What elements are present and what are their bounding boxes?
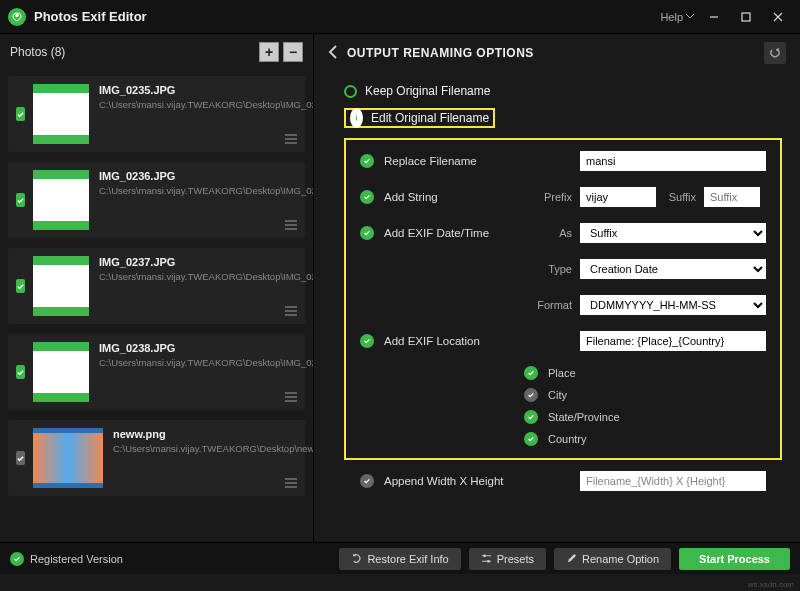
thumbnail	[33, 342, 89, 402]
svg-point-0	[15, 13, 19, 17]
maximize-button[interactable]	[732, 5, 760, 29]
checkbox-icon[interactable]	[16, 279, 25, 293]
filename: IMG_0235.JPG	[99, 84, 313, 96]
sidebar: Photos (8) + − IMG_0235.JPGC:\Users\mans…	[0, 34, 314, 542]
datetime-as-select[interactable]: Suffix	[580, 223, 766, 243]
radio-keep-original[interactable]: Keep Original Filename	[344, 84, 782, 98]
check-place[interactable]	[524, 366, 538, 380]
thumbnail	[33, 428, 103, 488]
prefix-input[interactable]	[580, 187, 656, 207]
filename: IMG_0237.JPG	[99, 256, 313, 268]
pencil-icon	[566, 553, 577, 564]
svg-point-22	[483, 554, 486, 557]
main-panel: OUTPUT RENAMING OPTIONS Keep Original Fi…	[314, 34, 800, 542]
panel-title: OUTPUT RENAMING OPTIONS	[347, 46, 764, 60]
replace-filename-input[interactable]	[580, 151, 766, 171]
filename: IMG_0238.JPG	[99, 342, 313, 354]
start-process-button[interactable]: Start Process	[679, 548, 790, 570]
app-logo-icon	[8, 8, 26, 26]
filename: IMG_0236.JPG	[99, 170, 313, 182]
presets-button[interactable]: Presets	[469, 548, 546, 570]
filepath: C:\Users\mansi.vijay.TWEAKORG\Desktop\IM…	[99, 185, 313, 197]
reset-button[interactable]	[764, 42, 786, 64]
minimize-button[interactable]	[700, 5, 728, 29]
watermark: ws.xsdn.com	[748, 580, 794, 589]
item-menu-icon[interactable]	[285, 478, 297, 490]
check-append-wh[interactable]	[360, 474, 374, 488]
photo-item[interactable]: neww.pngC:\Users\mansi.vijay.TWEAKORG\De…	[8, 420, 305, 496]
restore-exif-button[interactable]: Restore Exif Info	[339, 548, 460, 570]
svg-point-23	[487, 560, 490, 563]
checkbox-icon[interactable]	[16, 193, 25, 207]
checkbox-icon[interactable]	[16, 365, 25, 379]
wh-pattern-input	[580, 471, 766, 491]
rename-option-button[interactable]: Rename Option	[554, 548, 671, 570]
close-button[interactable]	[764, 5, 792, 29]
check-city[interactable]	[524, 388, 538, 402]
chevron-down-icon	[686, 14, 694, 19]
check-add-location[interactable]	[360, 334, 374, 348]
check-replace-filename[interactable]	[360, 154, 374, 168]
photo-item[interactable]: IMG_0236.JPGC:\Users\mansi.vijay.TWEAKOR…	[8, 162, 305, 238]
sidebar-title: Photos (8)	[10, 45, 255, 59]
photo-list[interactable]: IMG_0235.JPGC:\Users\mansi.vijay.TWEAKOR…	[0, 70, 313, 542]
radio-edit-original[interactable]: Edit Original Filename	[344, 108, 782, 128]
filepath: C:\Users\mansi.vijay.TWEAKORG\Desktop\IM…	[99, 357, 313, 369]
check-icon	[10, 552, 24, 566]
rename-options: Replace Filename Add String Prefix Suffi…	[344, 138, 782, 460]
radio-icon	[344, 85, 357, 98]
statusbar: Registered Version Restore Exif Info Pre…	[0, 542, 800, 574]
filepath: C:\Users\mansi.vijay.TWEAKORG\Desktop\IM…	[99, 99, 313, 111]
item-menu-icon[interactable]	[285, 392, 297, 404]
datetime-format-select[interactable]: DDMMYYYY_HH-MM-SS	[580, 295, 766, 315]
back-button[interactable]	[328, 45, 337, 61]
check-add-string[interactable]	[360, 190, 374, 204]
remove-photo-button[interactable]: −	[283, 42, 303, 62]
checkbox-icon[interactable]	[16, 451, 25, 465]
datetime-type-select[interactable]: Creation Date	[580, 259, 766, 279]
item-menu-icon[interactable]	[285, 220, 297, 232]
add-photo-button[interactable]: +	[259, 42, 279, 62]
location-pattern-input[interactable]	[580, 331, 766, 351]
item-menu-icon[interactable]	[285, 306, 297, 318]
check-state[interactable]	[524, 410, 538, 424]
suffix-input[interactable]	[704, 187, 760, 207]
filename: neww.png	[113, 428, 313, 440]
thumbnail	[33, 256, 89, 316]
check-add-datetime[interactable]	[360, 226, 374, 240]
svg-rect-2	[742, 13, 750, 21]
thumbnail	[33, 84, 89, 144]
registered-status: Registered Version	[10, 552, 123, 566]
filepath: C:\Users\mansi.vijay.TWEAKORG\Desktop\IM…	[99, 271, 313, 283]
filepath: C:\Users\mansi.vijay.TWEAKORG\Desktop\ne…	[113, 443, 313, 455]
photo-item[interactable]: IMG_0237.JPGC:\Users\mansi.vijay.TWEAKOR…	[8, 248, 305, 324]
sliders-icon	[481, 553, 492, 564]
check-country[interactable]	[524, 432, 538, 446]
photo-item[interactable]: IMG_0235.JPGC:\Users\mansi.vijay.TWEAKOR…	[8, 76, 305, 152]
app-title: Photos Exif Editor	[34, 9, 660, 24]
titlebar: Photos Exif Editor Help	[0, 0, 800, 34]
photo-item[interactable]: IMG_0238.JPGC:\Users\mansi.vijay.TWEAKOR…	[8, 334, 305, 410]
checkbox-icon[interactable]	[16, 107, 25, 121]
radio-icon	[350, 108, 363, 128]
help-menu[interactable]: Help	[660, 11, 694, 23]
thumbnail	[33, 170, 89, 230]
restore-icon	[351, 553, 362, 564]
item-menu-icon[interactable]	[285, 134, 297, 146]
